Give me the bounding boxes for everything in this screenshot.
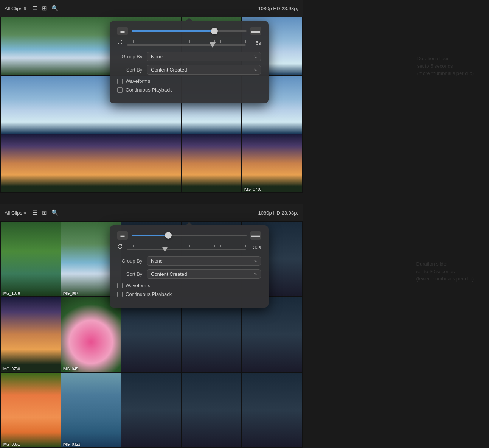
duration-track-top[interactable] [127,44,246,46]
list-view-icon[interactable]: ☰ [33,5,37,12]
tick-mark [165,40,165,43]
thumb-cell[interactable]: IMG_045 [61,297,121,372]
continuous-checkbox-top[interactable] [117,87,123,93]
thumb-label: IMG_0361 [2,442,20,446]
callout-bottom-line1: Duration slider [416,261,448,267]
thumb-size-slider-row-bottom: ▬ ▬▬ [117,231,261,240]
thumb-cell[interactable] [1,134,61,192]
sort-by-select-bottom[interactable]: Content Created ⇅ [147,269,261,279]
tick-mark [220,40,221,43]
thumb-size-track-bottom[interactable] [132,235,247,236]
thumb-cell[interactable]: IMG_1078 [1,222,61,296]
callout-bottom-line2: set to 30 seconds [416,269,455,274]
sort-by-select-top[interactable]: Content Created ⇅ [147,65,261,75]
duration-handle-top[interactable] [210,42,216,48]
thumb-small-icon[interactable]: ▬ [117,27,128,35]
resolution-label-top: 1080p HD 23.98p, [258,6,298,11]
all-clips-selector-bottom[interactable]: All Clips ⇅ [5,210,26,216]
tick-mark [171,245,171,247]
thumb-cell[interactable] [1,17,61,75]
tick-mark [208,245,208,247]
thumb-cell[interactable]: IMG_0730 [242,134,302,192]
tick-mark [177,40,177,43]
duration-handle-bottom[interactable] [162,247,168,252]
thumb-cell[interactable] [121,373,181,447]
group-by-label-bottom: Group By: [117,258,144,264]
tick-mark [239,40,239,43]
list-view-icon-bottom[interactable]: ☰ [33,209,37,216]
sort-by-label-bottom: Sort By: [117,271,144,277]
search-icon-bottom[interactable]: 🔍 [51,209,59,216]
sort-by-arrows-bottom: ⇅ [254,272,257,276]
tick-mark [189,40,190,43]
thumb-cell[interactable] [182,373,242,447]
tick-mark [196,40,196,43]
continuous-row-bottom: Continuous Playback [117,291,261,297]
duration-value-bottom: 30s [250,244,261,250]
tick-mark [133,40,134,43]
filmstrip-icon-bottom[interactable]: ⊞ [42,209,47,216]
tick-mark [227,40,227,43]
group-by-select-bottom[interactable]: None ⇅ [147,256,261,266]
tick-mark [140,245,140,247]
tick-mark [140,40,140,43]
tick-mark [158,40,158,43]
thumb-label: IMG_087 [63,291,78,296]
tick-marks-bottom [127,245,246,247]
thumb-large-icon-bottom[interactable]: ▬▬ [250,231,261,240]
thumb-cell[interactable]: IMG_0361 [1,373,61,447]
duration-value-top: 5s [250,40,261,46]
thumb-large-icon[interactable]: ▬▬ [250,27,261,35]
duration-track-bottom[interactable] [127,249,246,250]
thumb-cell[interactable] [242,373,302,447]
waveforms-row-bottom: Waveforms [117,283,261,288]
continuous-checkbox-bottom[interactable] [117,292,123,297]
tick-mark [202,40,202,43]
resolution-label-bottom: 1080p HD 23.98p, [258,210,298,216]
thumb-size-handle[interactable] [211,28,218,34]
group-by-label-top: Group By: [117,54,144,59]
thumb-size-handle-bottom[interactable] [165,232,172,239]
group-by-arrows-top: ⇅ [254,54,257,59]
waveforms-checkbox-top[interactable] [117,79,123,84]
thumb-cell[interactable]: IMG_0730 [1,297,61,372]
tick-mark [152,245,152,247]
tick-mark [158,245,158,247]
thumb-cell[interactable]: IMG_0322 [61,373,121,447]
tick-mark [152,40,152,43]
thumb-small-icon-bottom[interactable]: ▬ [117,231,128,240]
thumb-cell[interactable] [121,134,181,192]
all-clips-label-bottom: All Clips [5,210,22,216]
thumb-cell[interactable] [1,76,61,134]
tick-mark [171,40,171,43]
thumb-cell[interactable] [121,297,181,372]
tick-mark [233,40,233,43]
duration-slider-row-top: ⏱ 5s [117,39,261,46]
panel-divider [0,201,489,201]
clock-icon-top: ⏱ [117,39,123,46]
all-clips-selector[interactable]: All Clips ⇅ [5,6,26,11]
tick-mark [208,40,208,43]
callout-top: Duration slider set to 5 seconds (more t… [417,55,474,77]
callout-bottom-line3: (fewer thumbnails per clip) [416,276,474,282]
thumb-cell[interactable] [242,297,302,372]
thumb-cell[interactable] [182,134,242,192]
thumb-size-slider-row: ▬ ▬▬ [117,27,261,35]
tick-mark [189,245,190,247]
sort-by-value-top: Content Created [151,67,187,73]
popover-top: ▬ ▬▬ ⏱ 5s Group By: None ⇅ Sort By: Cont… [110,21,269,103]
popover-bottom: ▬ ▬▬ ⏱ 30s Group By: None ⇅ Sort By: Con… [110,225,269,308]
toolbar-top: All Clips ⇅ ☰ ⊞ 🔍 1080p HD 23.98p, [0,0,303,17]
callout-bottom: Duration slider set to 30 seconds (fewer… [416,260,474,283]
group-by-select-top[interactable]: None ⇅ [147,52,261,61]
sort-by-arrows-top: ⇅ [254,68,257,72]
thumb-cell[interactable] [182,297,242,372]
sort-by-value-bottom: Content Created [151,271,187,277]
search-icon-top[interactable]: 🔍 [51,5,59,12]
waveforms-checkbox-bottom[interactable] [117,283,123,288]
thumb-cell[interactable] [61,134,121,192]
tick-mark [177,245,177,247]
tick-mark [146,245,146,247]
filmstrip-icon[interactable]: ⊞ [42,5,47,12]
thumb-size-track[interactable] [132,30,247,32]
